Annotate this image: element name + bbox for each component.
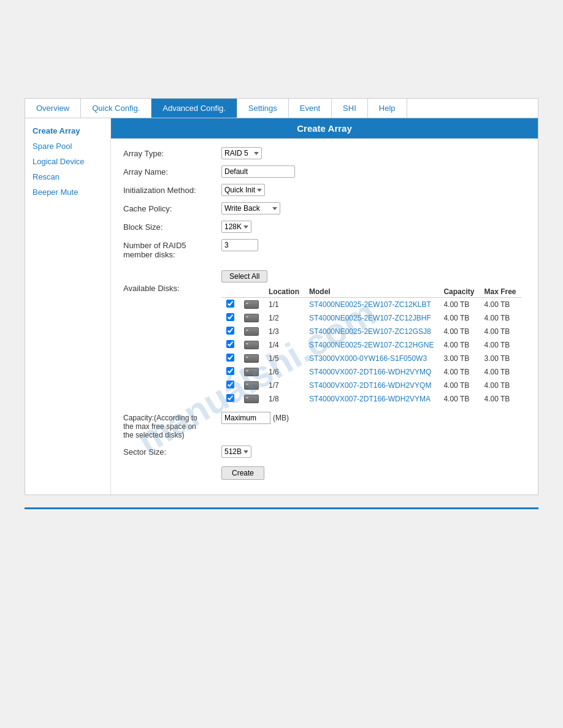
sector-size-select[interactable]: 512B4KB bbox=[221, 446, 251, 458]
block-size-label: Block Size: bbox=[123, 221, 221, 232]
content-panel: Create Array Array Type: RAID 0RAID 1RAI… bbox=[111, 118, 538, 495]
disk-max-free: 4.00 TB bbox=[479, 379, 521, 392]
col-model: Model bbox=[304, 286, 439, 298]
disk-model[interactable]: ST4000NE0025-2EW107-ZC12HGNE bbox=[309, 341, 434, 349]
disk-max-free: 4.00 TB bbox=[479, 325, 521, 338]
disk-capacity: 4.00 TB bbox=[439, 338, 479, 352]
disk-location: 1/4 bbox=[264, 338, 304, 352]
disk-table-row: 1/3ST4000NE0025-2EW107-ZC12GSJ84.00 TB4.… bbox=[221, 325, 521, 338]
cache-policy-label: Cache Policy: bbox=[123, 202, 221, 213]
raid5-members-input[interactable] bbox=[221, 239, 258, 251]
disk-drive-icon bbox=[244, 354, 259, 363]
disk-max-free: 3.00 TB bbox=[479, 352, 521, 365]
disk-max-free: 4.00 TB bbox=[479, 311, 521, 325]
bottom-border bbox=[25, 507, 538, 509]
disk-capacity: 4.00 TB bbox=[439, 392, 479, 406]
panel-title: Create Array bbox=[111, 118, 538, 138]
disk-checkbox-6[interactable] bbox=[226, 367, 234, 375]
disk-table-row: 1/1ST4000NE0025-2EW107-ZC12KLBT4.00 TB4.… bbox=[221, 298, 521, 312]
cache-policy-select[interactable]: Write BackWrite ThroughNo Cache bbox=[221, 202, 280, 214]
nav-tab-help[interactable]: Help bbox=[368, 99, 407, 118]
disk-location: 1/1 bbox=[264, 298, 304, 312]
disk-drive-icon bbox=[244, 368, 259, 376]
disk-drive-icon bbox=[244, 395, 259, 403]
disk-checkbox-2[interactable] bbox=[226, 313, 234, 321]
sidebar-item-beeper-mute[interactable]: Beeper Mute bbox=[25, 184, 110, 200]
init-method-select[interactable]: Quick InitFull InitNo Init bbox=[221, 184, 265, 196]
disk-table-row: 1/7ST4000VX007-2DT166-WDH2VYQM4.00 TB4.0… bbox=[221, 379, 521, 392]
nav-tab-quick-config[interactable]: Quick Config. bbox=[81, 99, 151, 118]
create-button[interactable]: Create bbox=[221, 466, 264, 480]
disk-location: 1/7 bbox=[264, 379, 304, 392]
init-method-label: Initialization Method: bbox=[123, 184, 221, 195]
top-nav: OverviewQuick Config.Advanced Config.Set… bbox=[25, 98, 538, 118]
disk-capacity: 4.00 TB bbox=[439, 325, 479, 338]
sector-size-label: Sector Size: bbox=[123, 446, 221, 457]
disk-table: Location Model Capacity Max Free 1/1ST40… bbox=[221, 286, 521, 406]
nav-tab-overview[interactable]: Overview bbox=[25, 99, 81, 118]
sidebar-item-create-array[interactable]: Create Array bbox=[25, 123, 110, 138]
select-all-button[interactable]: Select All bbox=[221, 270, 267, 282]
disk-checkbox-1[interactable] bbox=[226, 300, 234, 308]
col-maxfree: Max Free bbox=[479, 286, 521, 298]
disk-capacity: 4.00 TB bbox=[439, 311, 479, 325]
array-type-label: Array Type: bbox=[123, 147, 221, 158]
disk-max-free: 4.00 TB bbox=[479, 365, 521, 379]
disk-table-row: 1/4ST4000NE0025-2EW107-ZC12HGNE4.00 TB4.… bbox=[221, 338, 521, 352]
sidebar-item-logical-device[interactable]: Logical Device bbox=[25, 154, 110, 169]
disk-capacity: 4.00 TB bbox=[439, 379, 479, 392]
array-type-select[interactable]: RAID 0RAID 1RAID 5RAID 6RAID 10 bbox=[221, 147, 262, 159]
disk-checkbox-8[interactable] bbox=[226, 394, 234, 402]
nav-tab-shi[interactable]: SHI bbox=[332, 99, 368, 118]
sidebar-item-rescan[interactable]: Rescan bbox=[25, 169, 110, 184]
sidebar: Create ArraySpare PoolLogical DeviceResc… bbox=[25, 118, 111, 495]
disk-drive-icon bbox=[244, 300, 259, 309]
disk-model[interactable]: ST4000NE0025-2EW107-ZC12GSJ8 bbox=[309, 327, 431, 336]
col-icon bbox=[239, 286, 264, 298]
disk-table-row: 1/6ST4000VX007-2DT166-WDH2VYMQ4.00 TB4.0… bbox=[221, 365, 521, 379]
disk-model[interactable]: ST4000VX007-2DT166-WDH2VYQM bbox=[309, 381, 431, 390]
disk-drive-icon bbox=[244, 341, 259, 349]
nav-tab-settings[interactable]: Settings bbox=[237, 99, 289, 118]
array-name-label: Array Name: bbox=[123, 165, 221, 176]
array-name-input[interactable] bbox=[221, 165, 295, 178]
sidebar-item-spare-pool[interactable]: Spare Pool bbox=[25, 138, 110, 154]
block-size-select[interactable]: 16K32K64K128K256K512K1M bbox=[221, 221, 251, 233]
disk-table-row: 1/5ST3000VX000-0YW166-S1F050W33.00 TB3.0… bbox=[221, 352, 521, 365]
raid5-members-label: Number of RAID5 member disks: bbox=[123, 239, 221, 259]
col-location: Location bbox=[264, 286, 304, 298]
disk-drive-icon bbox=[244, 327, 259, 336]
nav-tab-event[interactable]: Event bbox=[289, 99, 332, 118]
disk-model[interactable]: ST4000NE0025-2EW107-ZC12JBHF bbox=[309, 314, 431, 322]
capacity-input[interactable] bbox=[221, 412, 270, 424]
disk-max-free: 4.00 TB bbox=[479, 298, 521, 312]
disk-checkbox-4[interactable] bbox=[226, 340, 234, 348]
disk-table-row: 1/8ST4000VX007-2DT166-WDH2VYMA4.00 TB4.0… bbox=[221, 392, 521, 406]
disk-checkbox-7[interactable] bbox=[226, 381, 234, 389]
disk-model[interactable]: ST4000VX007-2DT166-WDH2VYMQ bbox=[309, 368, 431, 376]
disk-location: 1/8 bbox=[264, 392, 304, 406]
disk-checkbox-5[interactable] bbox=[226, 354, 234, 362]
disk-capacity: 4.00 TB bbox=[439, 298, 479, 312]
col-capacity: Capacity bbox=[439, 286, 479, 298]
disk-max-free: 4.00 TB bbox=[479, 338, 521, 352]
disk-capacity: 4.00 TB bbox=[439, 365, 479, 379]
disk-location: 1/5 bbox=[264, 352, 304, 365]
disk-table-row: 1/2ST4000NE0025-2EW107-ZC12JBHF4.00 TB4.… bbox=[221, 311, 521, 325]
nav-tab-advanced-config[interactable]: Advanced Config. bbox=[151, 99, 237, 118]
capacity-unit: (MB) bbox=[273, 414, 289, 422]
disk-section: Select All Location Model Capacity Max F… bbox=[221, 270, 521, 406]
disk-location: 1/2 bbox=[264, 311, 304, 325]
disk-checkbox-3[interactable] bbox=[226, 327, 234, 335]
disk-model[interactable]: ST4000VX007-2DT166-WDH2VYMA bbox=[309, 395, 431, 403]
col-check bbox=[221, 286, 239, 298]
disk-drive-icon bbox=[244, 314, 259, 322]
disk-location: 1/6 bbox=[264, 365, 304, 379]
capacity-label: Capacity:(According to the max free spac… bbox=[123, 412, 221, 439]
disk-max-free: 4.00 TB bbox=[479, 392, 521, 406]
disk-location: 1/3 bbox=[264, 325, 304, 338]
disk-model[interactable]: ST3000VX000-0YW166-S1F050W3 bbox=[309, 354, 427, 363]
available-disks-label: Available Disks: bbox=[123, 265, 221, 293]
disk-drive-icon bbox=[244, 381, 259, 390]
disk-model[interactable]: ST4000NE0025-2EW107-ZC12KLBT bbox=[309, 300, 431, 309]
